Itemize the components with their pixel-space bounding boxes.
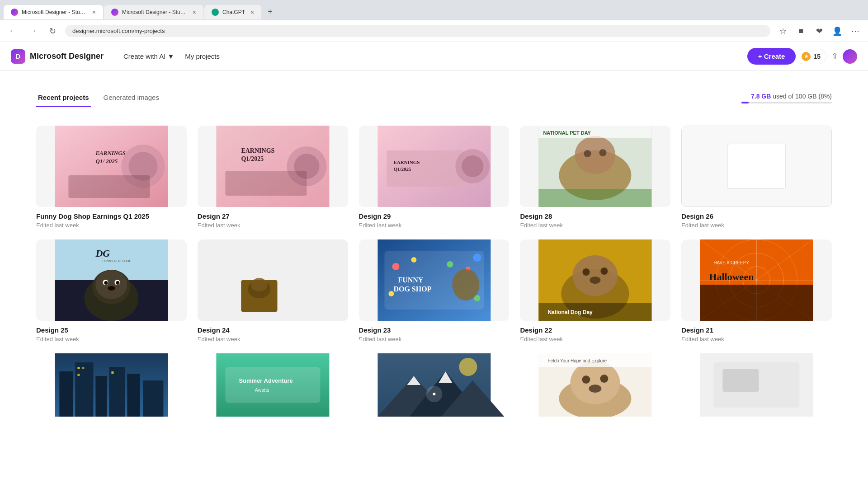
svg-text:Halloween: Halloween — [709, 271, 754, 282]
svg-text:National Dog Day: National Dog Day — [548, 309, 593, 315]
my-projects-nav[interactable]: My projects — [179, 49, 225, 64]
project-title-p7: Design 24 — [198, 326, 348, 334]
svg-point-37 — [116, 281, 119, 285]
svg-point-107 — [589, 385, 602, 393]
avatar[interactable] — [843, 49, 857, 64]
project-card-p7[interactable]: Design 24 Edited last week — [198, 239, 348, 343]
favorites-button[interactable]: ❤ — [812, 24, 826, 38]
svg-rect-86 — [82, 367, 84, 369]
coins-badge[interactable]: ★ 15 — [796, 49, 826, 64]
project-subtitle-p7: Edited last week — [198, 336, 348, 343]
extensions-button[interactable]: ■ — [794, 24, 808, 38]
svg-rect-3 — [68, 175, 150, 198]
browser-actions: ☆ ■ ❤ 👤 ⋯ — [776, 24, 863, 38]
browser-tab-1[interactable]: Microsoft Designer - Stunning × — [4, 5, 103, 19]
project-card-p4[interactable]: NATIONAL PET DAY Design 28 Edited last w… — [520, 126, 670, 229]
project-card-p10[interactable]: HAVE A CREEPY Halloween Design 21 Edited… — [681, 239, 832, 343]
reload-button[interactable]: ↻ — [45, 24, 60, 38]
storage-bar — [741, 102, 832, 103]
svg-rect-79 — [59, 371, 73, 417]
browser-tab-3[interactable]: ChatGPT × — [204, 5, 261, 19]
thumbnail-p10: HAVE A CREEPY Halloween — [681, 239, 832, 321]
tab-bar: Microsoft Designer - Stunning × Microsof… — [0, 0, 868, 20]
project-card-p1[interactable]: EARNINGS Q1/ 2025 Funny Dog Shop Earning… — [36, 126, 187, 229]
thumbnail-p1: EARNINGS Q1/ 2025 — [36, 126, 187, 207]
project-card-p5[interactable]: Design 26 Edited last week — [681, 126, 832, 229]
project-subtitle-p4: Edited last week — [520, 222, 670, 229]
share-button[interactable]: ⇧ — [826, 48, 843, 65]
project-card-p6[interactable]: DG FUNNY DOG SHOP Design 25 Edited last … — [36, 239, 187, 343]
thumbnail-b1 — [36, 353, 187, 417]
project-card-b4[interactable]: Fetch Your Hope and Explore — [520, 353, 670, 417]
svg-point-104 — [571, 361, 620, 404]
svg-text:EARNINGS: EARNINGS — [393, 160, 420, 165]
project-card-p3[interactable]: EARNINGS Q1/2025 Design 29 Edited last w… — [359, 126, 509, 229]
project-card-p9[interactable]: National Dog Day Design 22 Edited last w… — [520, 239, 670, 343]
svg-text:HAVE A CREEPY: HAVE A CREEPY — [714, 260, 750, 265]
thumbnail-p6: DG FUNNY DOG SHOP — [36, 239, 187, 321]
tab-close-2[interactable]: × — [193, 9, 196, 16]
thumbnail-b4: Fetch Your Hope and Explore — [520, 353, 670, 417]
project-card-b3[interactable] — [359, 353, 509, 417]
main-content: Recent projects Generated images 7.8 GB … — [0, 71, 868, 435]
project-card-p2[interactable]: EARNINGS Q1/2025 Design 27 Edited last w… — [198, 126, 348, 229]
settings-button[interactable]: ⋯ — [848, 24, 863, 38]
svg-point-36 — [104, 281, 108, 285]
tab-close-3[interactable]: × — [250, 9, 254, 16]
tab-title-3: ChatGPT — [222, 9, 245, 15]
chevron-down-icon: ▼ — [167, 52, 174, 60]
svg-point-50 — [447, 261, 453, 267]
svg-point-106 — [600, 375, 609, 383]
project-card-b5[interactable] — [681, 353, 832, 417]
coin-icon: ★ — [802, 52, 811, 61]
thumbnail-p5 — [681, 126, 832, 207]
create-button[interactable]: + Create — [747, 48, 796, 65]
svg-rect-80 — [75, 362, 93, 417]
svg-point-62 — [583, 268, 590, 276]
svg-rect-25 — [539, 189, 652, 207]
svg-rect-88 — [111, 371, 113, 374]
coins-count: 15 — [813, 53, 821, 60]
svg-point-49 — [411, 257, 416, 263]
project-title-p9: Design 22 — [520, 326, 670, 334]
thumbnail-b5 — [681, 353, 832, 417]
svg-point-52 — [473, 253, 481, 262]
storage-rest: used of 100 GB (8%) — [773, 93, 832, 100]
svg-rect-75 — [700, 285, 813, 321]
forward-button[interactable]: → — [25, 24, 40, 38]
project-card-b1[interactable] — [36, 353, 187, 417]
create-with-ai-nav[interactable]: Create with AI ▼ — [118, 49, 179, 64]
address-bar: ← → ↻ ☆ ■ ❤ 👤 ⋯ — [0, 20, 868, 42]
bookmark-button[interactable]: ☆ — [776, 24, 790, 38]
project-title-p2: Design 27 — [198, 212, 348, 220]
profile-button[interactable]: 👤 — [830, 24, 844, 38]
tab-generated-images[interactable]: Generated images — [102, 89, 161, 107]
logo-text: Microsoft Designer — [30, 52, 104, 61]
svg-point-57 — [452, 269, 479, 300]
tab-close-1[interactable]: × — [92, 9, 96, 16]
tab-recent-projects[interactable]: Recent projects — [36, 89, 91, 107]
svg-rect-85 — [77, 367, 80, 369]
tab-favicon-1 — [11, 9, 18, 16]
svg-rect-90 — [225, 367, 320, 403]
thumbnail-p9: National Dog Day — [520, 239, 670, 321]
logo-area[interactable]: D Microsoft Designer — [11, 49, 104, 64]
svg-text:Fetch Your Hope and Explore: Fetch Your Hope and Explore — [548, 358, 607, 363]
svg-text:EARNINGS: EARNINGS — [95, 150, 125, 156]
project-subtitle-p10: Edited last week — [681, 336, 832, 343]
browser-tab-2[interactable]: Microsoft Designer - Stunning × — [104, 5, 203, 19]
new-tab-button[interactable]: + — [262, 4, 278, 20]
storage-info-container: 7.8 GB used of 100 GB (8%) — [741, 93, 832, 103]
svg-point-99 — [459, 358, 477, 376]
back-button[interactable]: ← — [5, 24, 20, 38]
tab-title-1: Microsoft Designer - Stunning — [22, 9, 87, 15]
project-title-p1: Funny Dog Shop Earnings Q1 2025 — [36, 212, 187, 220]
storage-info: 7.8 GB used of 100 GB (8%) — [751, 93, 832, 100]
project-card-b2[interactable]: Summer Adventure Awaits — [198, 353, 348, 417]
project-subtitle-p5: Edited last week — [681, 222, 832, 229]
project-subtitle-p9: Edited last week — [520, 336, 670, 343]
url-input[interactable] — [65, 25, 770, 37]
project-subtitle-p3: Edited last week — [359, 222, 509, 229]
project-card-p8[interactable]: FUNNY DOG SHOP Design 23 Edited last wee… — [359, 239, 509, 343]
thumbnail-p8: FUNNY DOG SHOP — [359, 239, 509, 321]
